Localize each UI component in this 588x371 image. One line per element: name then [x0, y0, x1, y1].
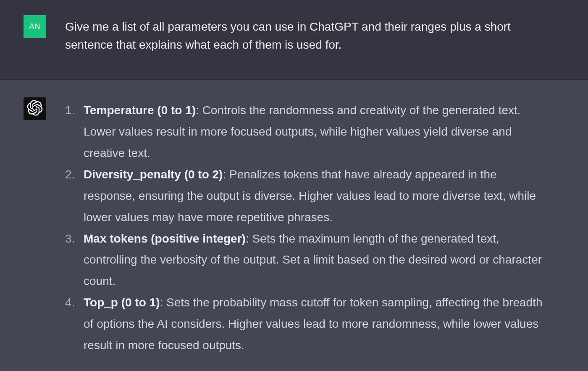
openai-icon [27, 100, 43, 118]
assistant-message-row: Temperature (0 to 1): Controls the rando… [0, 80, 588, 371]
param-name: Temperature (0 to 1) [84, 104, 196, 117]
parameter-list: Temperature (0 to 1): Controls the rando… [65, 97, 544, 356]
param-name: Diversity_penalty (0 to 2) [84, 168, 223, 181]
list-item: Temperature (0 to 1): Controls the rando… [65, 100, 544, 164]
assistant-content: Temperature (0 to 1): Controls the rando… [65, 97, 569, 356]
user-avatar-col: AN [0, 15, 65, 54]
user-avatar-initials: AN [29, 22, 40, 31]
list-item: Top_p (0 to 1): Sets the probability mas… [65, 292, 544, 356]
assistant-avatar [24, 97, 46, 120]
assistant-avatar-col [0, 97, 65, 356]
user-avatar: AN [24, 15, 46, 38]
user-content: Give me a list of all parameters you can… [65, 15, 569, 54]
user-message-text: Give me a list of all parameters you can… [65, 15, 544, 54]
list-item: Max tokens (positive integer): Sets the … [65, 228, 544, 293]
param-name: Top_p (0 to 1) [84, 296, 160, 309]
user-message-row: AN Give me a list of all parameters you … [0, 0, 588, 80]
list-item: Diversity_penalty (0 to 2): Penalizes to… [65, 164, 544, 228]
param-name: Max tokens (positive integer) [84, 232, 246, 245]
